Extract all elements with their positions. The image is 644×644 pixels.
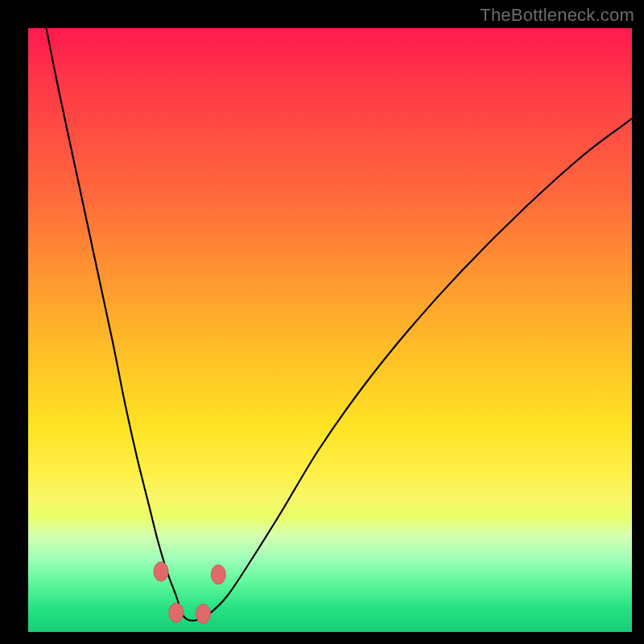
right-upper-blob — [211, 565, 225, 584]
left-upper-blob — [154, 562, 168, 581]
watermark-text: TheBottleneck.com — [480, 5, 634, 26]
right-lower-blob — [196, 605, 211, 624]
plot-area — [28, 28, 632, 632]
curve-path — [47, 28, 633, 621]
chart-frame: TheBottleneck.com — [0, 0, 644, 644]
bottleneck-curve — [47, 28, 633, 621]
curve-layer — [28, 28, 632, 632]
marker-group — [154, 562, 225, 624]
left-lower-blob — [169, 603, 184, 622]
